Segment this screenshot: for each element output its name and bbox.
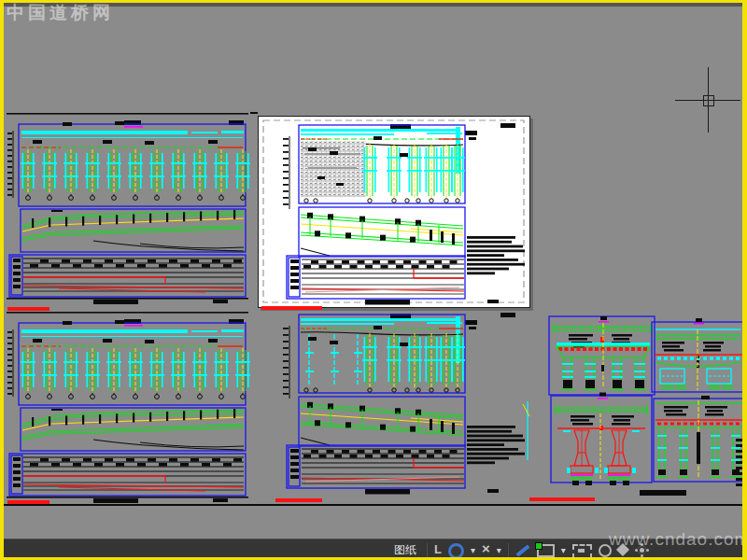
chevron-down-icon[interactable]: ▾ <box>497 542 501 556</box>
status-bar: 图纸 L ▾ × ▾ ▾ <box>0 539 747 557</box>
drawing-tile-cross-sections[interactable] <box>546 311 747 507</box>
graphics-performance-icon[interactable] <box>616 543 629 556</box>
red-scale-bar <box>529 497 595 501</box>
drawing-tile-top-left[interactable] <box>5 110 250 311</box>
customization-gear-icon[interactable] <box>638 546 646 554</box>
red-scale-bar <box>7 500 49 504</box>
active-layout-paper-sheet[interactable] <box>258 116 530 308</box>
sheet-boundary-line <box>0 504 747 506</box>
crosshair-pickbox <box>703 95 714 106</box>
chevron-down-icon[interactable]: ▾ <box>561 542 566 556</box>
separator <box>427 543 428 557</box>
screen-frame <box>0 0 4 560</box>
red-scale-bar <box>261 306 322 310</box>
cad-layout-canvas: 中国道桥网 www.cndao.com 图纸 L ▾ × ▾ ▾ <box>0 0 747 560</box>
drawing-tile-bottom-center[interactable] <box>275 311 530 507</box>
top-strip <box>0 3 747 7</box>
separator <box>508 543 509 557</box>
annotation-visibility-icon[interactable]: × <box>482 542 490 554</box>
sheet-boundary-line <box>250 112 258 114</box>
ortho-icon[interactable]: L <box>434 542 442 556</box>
workspace-pencil-icon[interactable] <box>515 544 529 556</box>
selection-rect-icon[interactable] <box>537 544 555 557</box>
red-scale-bar <box>275 498 322 502</box>
screen-frame <box>0 0 747 3</box>
red-scale-bar <box>7 307 49 311</box>
chevron-down-icon[interactable]: ▾ <box>471 542 475 556</box>
screen-frame <box>742 0 747 560</box>
isolate-objects-icon[interactable] <box>599 544 612 557</box>
paper-model-toggle-button[interactable]: 图纸 <box>390 542 420 556</box>
drawing-tile-bottom-left[interactable] <box>5 309 250 510</box>
